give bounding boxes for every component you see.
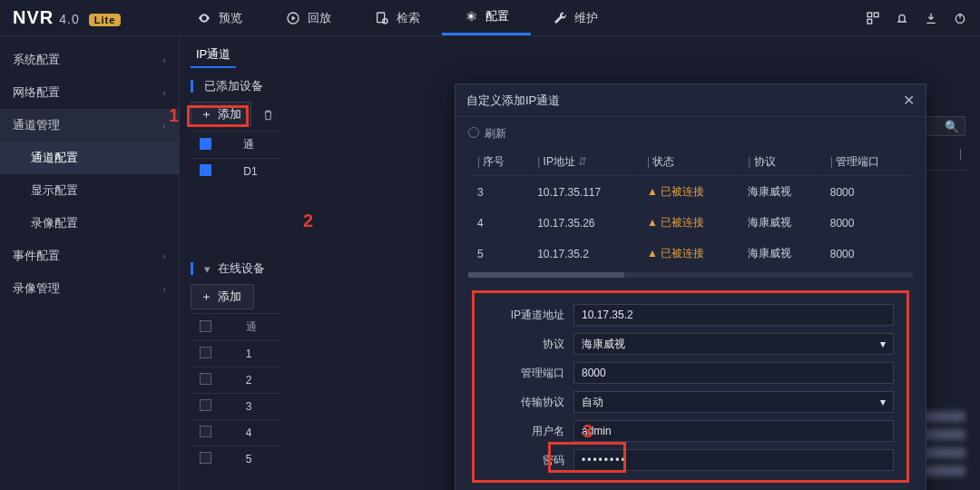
- cell: 8000: [823, 209, 911, 238]
- table-row[interactable]: 4: [191, 420, 281, 446]
- sidebar-channel[interactable]: 通道管理›: [0, 109, 179, 142]
- plus-icon: ＋: [201, 106, 212, 122]
- refresh-label: 刷新: [485, 127, 506, 140]
- sidebar-item-label: 录像管理: [13, 280, 60, 297]
- close-icon[interactable]: ✕: [903, 92, 915, 109]
- sidebar-event[interactable]: 事件配置›: [0, 240, 179, 272]
- nav-search[interactable]: 检索: [353, 0, 442, 35]
- col-ip[interactable]: IP地址 ⇵: [530, 149, 638, 176]
- table-header-row: 通: [191, 314, 281, 341]
- table-row[interactable]: 510.17.35.2▲ 已被连接海康威视8000: [470, 240, 911, 269]
- checkbox[interactable]: [200, 373, 211, 385]
- cell: 5: [470, 240, 528, 269]
- radio-icon[interactable]: [468, 127, 479, 138]
- nav-config[interactable]: 配置: [442, 0, 531, 35]
- table-row[interactable]: 310.17.35.117▲ 已被连接海康威视8000: [470, 178, 911, 207]
- sidebar-display-config[interactable]: 显示配置: [0, 174, 179, 207]
- sidebar-channel-config[interactable]: 通道配置: [0, 142, 179, 174]
- row-pwd: 密码••••••••: [487, 449, 894, 471]
- table-row[interactable]: D1: [191, 159, 281, 185]
- refresh-row[interactable]: 刷新: [468, 126, 913, 142]
- checkbox[interactable]: [200, 320, 211, 332]
- scrollbar-thumb[interactable]: [468, 272, 624, 278]
- top-bar: NVR 4.0 Lite 预览 回放 检索 配置 维护: [0, 0, 980, 36]
- sidebar-item-label: 通道配置: [31, 150, 78, 166]
- online-table: 通 1 2 3 4 5: [191, 313, 281, 472]
- table-row[interactable]: 5: [191, 446, 281, 473]
- select-trans[interactable]: 自动▾: [573, 391, 894, 413]
- power-icon[interactable]: [953, 11, 967, 25]
- table-row[interactable]: 1: [191, 341, 281, 368]
- checkbox[interactable]: [200, 164, 211, 176]
- sidebar-network[interactable]: 网络配置›: [0, 76, 179, 109]
- top-nav: 预览 回放 检索 配置 维护: [175, 0, 620, 35]
- row-proto: 协议海康威视▾: [487, 333, 894, 355]
- cell-status: ▲ 已被连接: [640, 240, 739, 269]
- input-port[interactable]: 8000: [573, 362, 894, 384]
- sidebar-item-label: 通道管理: [13, 117, 60, 133]
- table-row[interactable]: 2: [191, 368, 281, 394]
- cell: 通: [234, 132, 281, 159]
- qr-icon[interactable]: [866, 11, 880, 25]
- sidebar-system[interactable]: 系统配置›: [0, 44, 179, 76]
- sidebar-item-label: 事件配置: [13, 248, 60, 264]
- input-pwd[interactable]: ••••••••: [573, 449, 894, 471]
- nav-preview[interactable]: 预览: [175, 0, 264, 35]
- sidebar-record-config[interactable]: 录像配置: [0, 207, 179, 240]
- annotation-number-3: 3: [583, 421, 593, 442]
- status-text: 已被连接: [661, 216, 704, 229]
- cell: 8000: [823, 178, 911, 207]
- checkbox[interactable]: [200, 399, 211, 411]
- checkbox[interactable]: [200, 138, 211, 150]
- chevron-right-icon: ›: [162, 87, 166, 98]
- plus-icon: ＋: [201, 289, 212, 305]
- select-value: 自动: [582, 395, 603, 410]
- subtitle-online: 在线设备: [218, 260, 265, 277]
- table-row[interactable]: 通: [191, 132, 281, 159]
- checkbox[interactable]: [200, 426, 211, 437]
- logo: NVR 4.0 Lite: [13, 7, 121, 28]
- row-port: 管理端口8000: [487, 362, 894, 384]
- label-ip: IP通道地址: [487, 308, 573, 323]
- cell: 5: [237, 446, 281, 473]
- table-row[interactable]: 3: [191, 394, 281, 420]
- input-user[interactable]: admin: [573, 420, 894, 442]
- cell-status: ▲ 已被连接: [640, 209, 739, 238]
- select-proto[interactable]: 海康威视▾: [573, 333, 894, 355]
- nav-playback[interactable]: 回放: [264, 0, 353, 35]
- input-ip[interactable]: 10.17.35.2: [573, 304, 894, 326]
- label-pwd: 密码: [487, 453, 573, 468]
- table-row[interactable]: 410.17.35.26▲ 已被连接海康威视8000: [470, 209, 911, 238]
- cell: 海康威视: [740, 240, 820, 269]
- sidebar-item-label: 显示配置: [31, 182, 78, 199]
- delete-icon[interactable]: [260, 107, 275, 122]
- cell: 3: [237, 394, 281, 420]
- add-button[interactable]: ＋ 添加: [191, 102, 251, 127]
- cell: 4: [470, 209, 528, 238]
- checkbox[interactable]: [200, 452, 211, 464]
- modal-title: 自定义添加IP通道: [466, 93, 560, 109]
- nav-config-label: 配置: [485, 8, 509, 24]
- add-button-2[interactable]: ＋ 添加: [191, 284, 254, 309]
- sidebar-item-label: 录像配置: [31, 215, 78, 231]
- cell: 3: [470, 178, 528, 207]
- tab-ip-channel[interactable]: IP通道: [191, 43, 236, 68]
- form-area: IP通道地址10.17.35.2 协议海康威视▾ 管理端口8000 传输协议自动…: [472, 290, 909, 483]
- accent-bar: [191, 80, 193, 93]
- label-user: 用户名: [487, 424, 573, 439]
- horizontal-scrollbar[interactable]: [468, 272, 913, 278]
- nav-maintain[interactable]: 维护: [531, 0, 620, 35]
- bell-icon[interactable]: [895, 11, 909, 25]
- sidebar-record-manage[interactable]: 录像管理›: [0, 272, 179, 305]
- checkbox[interactable]: [200, 347, 211, 358]
- sidebar-item-label: 系统配置: [13, 52, 60, 68]
- status-text: 已被连接: [661, 247, 704, 260]
- top-right-icons: [866, 11, 967, 25]
- download-icon[interactable]: [924, 11, 938, 25]
- nav-search-label: 检索: [397, 10, 420, 26]
- nav-preview-label: 预览: [219, 10, 242, 26]
- wrench-icon: [553, 11, 567, 25]
- chevron-right-icon: ›: [162, 283, 166, 294]
- col-status: 状态: [640, 149, 739, 176]
- nav-playback-label: 回放: [308, 10, 331, 26]
